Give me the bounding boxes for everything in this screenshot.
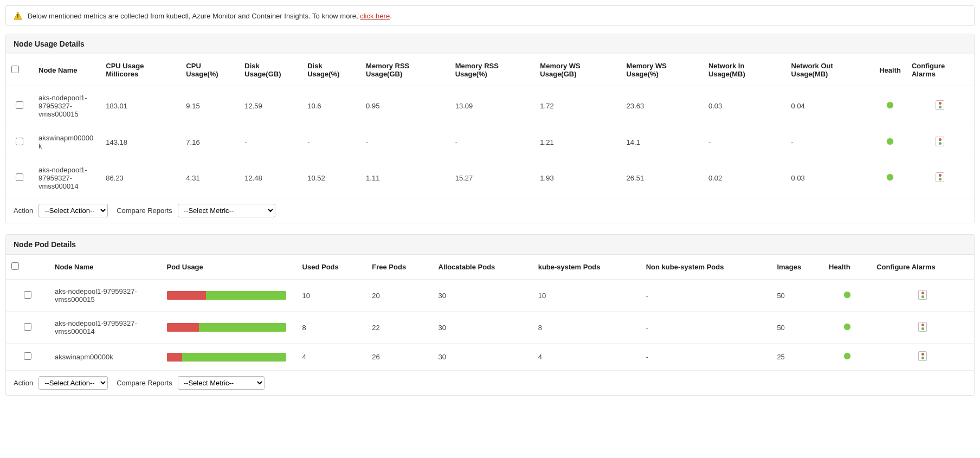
nonkube-pods: - — [641, 280, 772, 312]
configure-alarm-icon[interactable] — [936, 172, 944, 182]
health-status-icon — [844, 292, 850, 298]
select-all-checkbox[interactable] — [11, 262, 19, 270]
rss-pct: 13.09 — [450, 86, 535, 126]
node-name[interactable]: aks-nodepool1-97959327-vmss000015 — [49, 280, 162, 312]
compare-label: Compare Reports — [117, 207, 172, 215]
disk-gb: 12.48 — [239, 158, 302, 198]
row-checkbox[interactable] — [16, 173, 23, 181]
action-select[interactable]: --Select Action-- — [38, 376, 108, 390]
column-header[interactable]: Memory RSS Usage(%) — [450, 54, 535, 86]
column-header[interactable]: Images — [771, 255, 823, 280]
column-header[interactable]: Free Pods — [366, 255, 433, 280]
column-header[interactable]: Non kube-system Pods — [641, 255, 772, 280]
column-header[interactable]: Health — [823, 255, 871, 280]
column-header[interactable]: CPU Usage(%) — [180, 54, 239, 86]
table-row: akswinapm00000k143.187.16----1.2114.1-- — [6, 126, 974, 158]
column-header[interactable]: Used Pods — [297, 255, 367, 280]
column-header[interactable]: Node Name — [33, 54, 100, 86]
action-bar: Action --Select Action-- Compare Reports… — [6, 198, 974, 223]
disk-gb: 12.59 — [239, 86, 302, 126]
info-bar: Below mentioned metrics are collected fr… — [5, 5, 975, 26]
row-checkbox[interactable] — [16, 101, 23, 109]
alloc-pods: 30 — [433, 312, 533, 344]
node-name[interactable]: akswinapm00000k — [49, 344, 162, 371]
net-in: - — [703, 126, 786, 158]
node-pod-panel: Node Pod Details Node NamePod UsageUsed … — [5, 234, 975, 396]
action-label: Action — [14, 207, 33, 215]
column-header[interactable]: kube-system Pods — [533, 255, 641, 280]
column-header[interactable] — [6, 255, 49, 280]
configure-alarm-icon[interactable] — [936, 137, 944, 146]
ws-gb: 1.93 — [534, 158, 621, 198]
column-header[interactable]: Node Name — [49, 255, 162, 280]
ws-pct: 23.63 — [621, 86, 703, 126]
compare-select[interactable]: --Select Metric-- — [178, 204, 275, 217]
node-name[interactable]: aks-nodepool1-97959327-vmss000014 — [49, 312, 162, 344]
table-row: aks-nodepool1-97959327-vmss0000151020301… — [6, 280, 974, 312]
column-header[interactable]: Memory WS Usage(GB) — [534, 54, 621, 86]
ws-gb: 1.21 — [534, 126, 621, 158]
disk-pct: 10.6 — [302, 86, 360, 126]
panel-title: Node Pod Details — [6, 235, 974, 255]
row-checkbox[interactable] — [24, 352, 31, 360]
row-checkbox[interactable] — [24, 291, 31, 299]
info-link[interactable]: click here — [360, 12, 390, 20]
images: 50 — [771, 312, 823, 344]
svg-rect-1 — [17, 14, 18, 17]
net-in: 0.03 — [703, 86, 786, 126]
kube-pods: 4 — [533, 344, 641, 371]
node-name[interactable]: aks-nodepool1-97959327-vmss000014 — [33, 158, 100, 198]
svg-rect-2 — [17, 17, 18, 18]
net-out: 0.03 — [786, 158, 874, 198]
nonkube-pods: - — [641, 344, 772, 371]
table-row: akswinapm00000k426304-25 — [6, 344, 974, 371]
rss-gb: 1.11 — [360, 158, 450, 198]
rss-pct: 15.27 — [450, 158, 535, 198]
node-name[interactable]: aks-nodepool1-97959327-vmss000015 — [33, 86, 100, 126]
column-header[interactable]: Pod Usage — [162, 255, 297, 280]
health-status-icon — [887, 138, 893, 145]
compare-label: Compare Reports — [117, 379, 172, 387]
column-header[interactable]: Configure Alarms — [906, 54, 974, 86]
column-header[interactable]: Health — [874, 54, 906, 86]
cpu-millicores: 86.23 — [100, 158, 180, 198]
nonkube-pods: - — [641, 312, 772, 344]
net-out: 0.04 — [786, 86, 874, 126]
column-header[interactable]: Configure Alarms — [871, 255, 974, 280]
compare-select[interactable]: --Select Metric-- — [178, 376, 265, 390]
column-header[interactable]: Disk Usage(%) — [302, 54, 360, 86]
column-header[interactable]: Network Out Usage(MB) — [786, 54, 874, 86]
health-status-icon — [844, 324, 850, 330]
alloc-pods: 30 — [433, 344, 533, 371]
column-header[interactable]: Allocatable Pods — [433, 255, 533, 280]
configure-alarm-icon[interactable] — [918, 322, 927, 332]
column-header[interactable]: Disk Usage(GB) — [239, 54, 302, 86]
configure-alarm-icon[interactable] — [918, 290, 927, 300]
action-select[interactable]: --Select Action-- — [38, 204, 108, 217]
column-header[interactable] — [6, 54, 33, 86]
node-name[interactable]: akswinapm00000k — [33, 126, 100, 158]
net-out: - — [786, 126, 874, 158]
rss-pct: - — [450, 126, 535, 158]
configure-alarm-icon[interactable] — [918, 351, 927, 361]
configure-alarm-icon[interactable] — [936, 100, 944, 110]
column-header[interactable]: Memory WS Usage(%) — [621, 54, 703, 86]
cpu-millicores: 183.01 — [100, 86, 180, 126]
cpu-pct: 7.16 — [180, 126, 239, 158]
column-header[interactable]: Network In Usage(MB) — [703, 54, 786, 86]
health-status-icon — [844, 353, 850, 359]
images: 50 — [771, 280, 823, 312]
column-header[interactable]: Memory RSS Usage(GB) — [360, 54, 450, 86]
health-status-icon — [887, 174, 893, 180]
disk-gb: - — [239, 126, 302, 158]
row-checkbox[interactable] — [16, 138, 23, 145]
rss-gb: 0.95 — [360, 86, 450, 126]
select-all-checkbox[interactable] — [11, 66, 19, 73]
free-pods: 20 — [366, 280, 433, 312]
row-checkbox[interactable] — [24, 323, 31, 331]
node-usage-panel: Node Usage Details Node NameCPU Usage Mi… — [5, 34, 975, 223]
ws-pct: 14.1 — [621, 126, 703, 158]
column-header[interactable]: CPU Usage Millicores — [100, 54, 180, 86]
kube-pods: 8 — [533, 312, 641, 344]
disk-pct: 10.52 — [302, 158, 360, 198]
